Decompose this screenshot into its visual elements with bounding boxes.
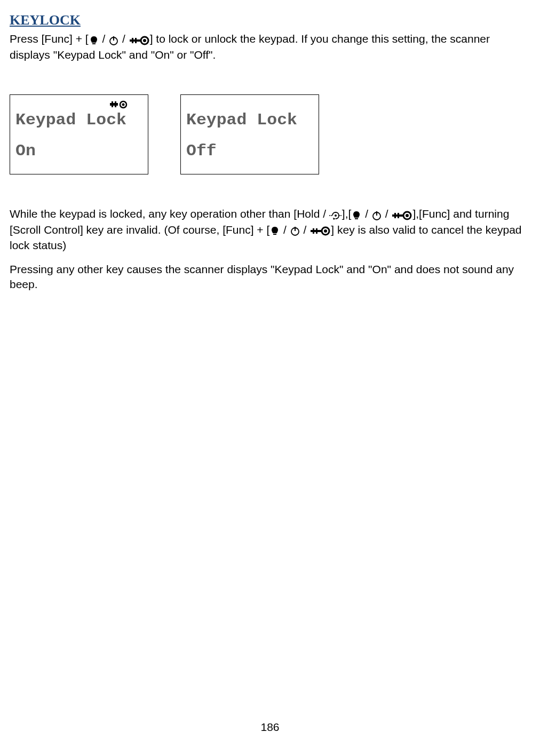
paragraph-2: While the keypad is locked, any key oper… xyxy=(10,206,530,253)
page-number: 186 xyxy=(0,720,540,735)
para1-text1: Press [Func] + [ xyxy=(10,33,89,45)
keylock-icon xyxy=(129,32,150,47)
keylock-icon xyxy=(309,223,331,238)
svg-rect-16 xyxy=(376,211,377,216)
svg-rect-19 xyxy=(398,213,399,218)
power-icon xyxy=(108,32,119,47)
light-icon xyxy=(351,207,362,222)
section-heading: KEYLOCK xyxy=(10,11,530,29)
para2-text1: While the keypad is locked, any key oper… xyxy=(10,208,329,220)
para2-text3: / xyxy=(362,208,371,220)
power-icon xyxy=(290,223,300,238)
svg-rect-4 xyxy=(135,38,137,43)
light-icon xyxy=(269,223,280,238)
display-box-on: Keypad Lock On xyxy=(10,94,148,174)
display-row: Keypad Lock On Keypad Lock Off xyxy=(10,94,530,174)
svg-point-21 xyxy=(406,214,409,217)
svg-rect-23 xyxy=(295,227,296,231)
paragraph-1: Press [Func] + [ / / ] to lock or unlock… xyxy=(10,31,530,62)
lcd-icon-row-empty xyxy=(186,96,313,106)
display-box-off: Keypad Lock Off xyxy=(180,94,319,174)
svg-rect-9 xyxy=(115,101,116,107)
svg-rect-1 xyxy=(113,36,114,41)
lcd-off-line1: Keypad Lock xyxy=(186,112,320,128)
svg-rect-7 xyxy=(110,103,118,106)
svg-rect-25 xyxy=(313,228,314,234)
light-icon xyxy=(89,32,99,47)
para2-text7: / xyxy=(300,224,310,236)
lcd-off-line2: Off xyxy=(186,143,320,159)
para1-text2: / xyxy=(99,33,109,45)
paragraph-3: Pressing any other key causes the scanne… xyxy=(10,262,530,292)
lcd-lock-icon-row xyxy=(15,96,142,106)
para2-text6: / xyxy=(280,224,290,236)
svg-point-11 xyxy=(122,103,125,106)
hold-icon xyxy=(329,207,342,222)
svg-point-14 xyxy=(335,214,337,217)
lcd-on-line1: Keypad Lock xyxy=(15,112,149,128)
lcd-on-line2: On xyxy=(15,143,149,159)
svg-rect-8 xyxy=(112,101,113,107)
keylock-icon xyxy=(391,207,412,222)
power-icon xyxy=(371,207,382,222)
lcd-keylock-icon xyxy=(109,100,128,109)
svg-rect-3 xyxy=(132,38,133,43)
svg-point-28 xyxy=(324,229,327,233)
svg-rect-26 xyxy=(316,228,317,234)
para1-text3: / xyxy=(119,33,129,45)
para2-text2: ],[ xyxy=(342,208,352,220)
svg-point-6 xyxy=(143,39,146,42)
para2-text4: / xyxy=(382,208,392,220)
svg-rect-18 xyxy=(394,213,396,218)
